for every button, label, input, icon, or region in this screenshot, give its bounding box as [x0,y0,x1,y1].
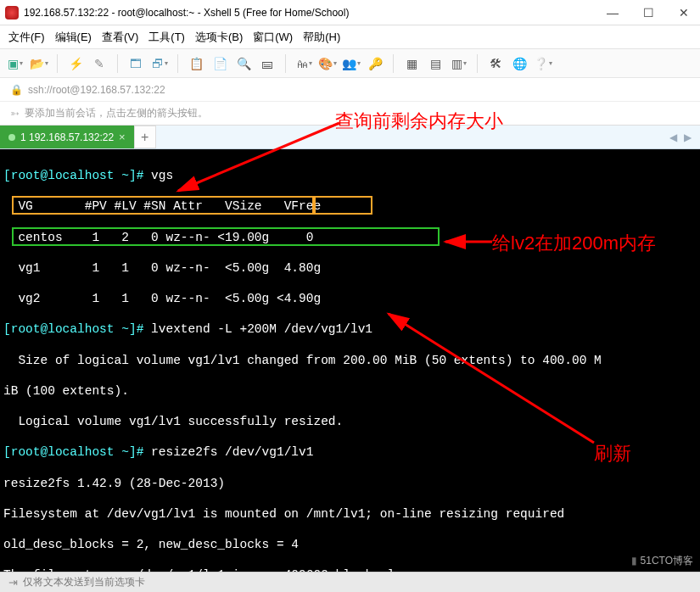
new-tab-button[interactable]: + [134,126,156,148]
title-bar: 192.168.57.132:22 - root@localhost:~ - X… [0,0,700,25]
prompt: [root@localhost ~]# [3,445,151,459]
hint-text: 要添加当前会话，点击左侧的箭头按钮。 [25,106,208,120]
cmd-vgs: vgs [151,169,173,182]
lock-icon: 🔒 [10,84,23,96]
tab-close-icon[interactable]: × [119,131,126,143]
resize2fs-out-1: resize2fs 1.42.9 (28-Dec-2013) [3,476,697,491]
address-bar: 🔒 ssh://root@192.168.57.132:22 [0,78,700,102]
vgs-row-vg2: vg2 1 1 0 wz--n- <5.00g <4.90g [3,291,697,306]
properties-button[interactable]: 🗔 [127,55,144,72]
users-button[interactable]: 👥▾ [343,55,360,72]
maximize-button[interactable]: ☐ [637,6,659,20]
layout3-button[interactable]: ▥▾ [451,55,468,72]
reconnect-button[interactable]: ⚡ [67,55,84,72]
font-button[interactable]: 🗛▾ [295,55,312,72]
vgs-header: VG #PV #LV #SN Attr VSize VFree [3,198,697,214]
prompt: [root@localhost ~]# [3,322,151,336]
copy-button[interactable]: 📋 [188,55,204,72]
transfer-button[interactable]: 🗗▾ [151,55,168,72]
vgs-row-vg1: vg1 1 1 0 wz--n- <5.00g 4.80g [3,260,697,276]
resize2fs-out-2: Filesystem at /dev/vg1/lv1 is mounted on… [3,506,697,522]
lvextend-out-1: Size of logical volume vg1/lv1 changed f… [3,353,697,368]
minimize-button[interactable]: — [602,6,624,20]
key-button[interactable]: 🔑 [367,55,384,72]
help-button[interactable]: ❔▾ [535,55,552,72]
tabs-scroll-right-icon[interactable]: ▶ [684,131,692,143]
menu-edit[interactable]: 编辑(E) [55,30,92,45]
menu-file[interactable]: 文件(F) [8,30,45,45]
app-icon [5,6,19,20]
tab-status-dot-icon [8,134,15,141]
session-tab[interactable]: 1 192.168.57.132:22 × [0,126,134,148]
toolbar: ▣▾ 📂▾ ⚡ ✎ 🗔 🗗▾ 📋 📄 🔍 🖴 🗛▾ 🎨▾ 👥▾ 🔑 ▦ ▤ ▥▾… [0,49,700,78]
lvextend-out-3: Logical volume vg1/lv1 successfully resi… [3,414,697,429]
print-button[interactable]: 🖴 [259,55,276,72]
resize2fs-out-3: old_desc_blocks = 2, new_desc_blocks = 4 [3,537,697,552]
color-button[interactable]: 🎨▾ [319,55,336,72]
menu-window[interactable]: 窗口(W) [253,30,293,45]
vgs-row-centos: centos 1 2 0 wz--n- <19.00g 0 [3,230,697,245]
tab-bar: 1 192.168.57.132:22 × + ◀ ▶ [0,126,700,149]
lvextend-out-2: iB (100 extents). [3,383,697,399]
status-bar: ⇥ 仅将文本发送到当前选项卡 [0,572,700,592]
disconnect-button[interactable]: ✎ [91,55,108,72]
menu-view[interactable]: 查看(V) [102,30,138,45]
menu-tools[interactable]: 工具(T) [148,30,185,45]
menu-bar: 文件(F) 编辑(E) 查看(V) 工具(T) 选项卡(B) 窗口(W) 帮助(… [0,25,700,49]
paste-button[interactable]: 📄 [211,55,228,72]
globe-button[interactable]: 🌐 [511,55,528,72]
find-button[interactable]: 🔍 [235,55,252,72]
cmd-resize2fs: resize2fs /dev/vg1/lv1 [151,445,313,459]
open-button[interactable]: 📂▾ [31,55,48,72]
menu-tabs[interactable]: 选项卡(B) [195,30,243,45]
hint-bar: ➳ 要添加当前会话，点击左侧的箭头按钮。 [0,102,700,126]
status-text: 仅将文本发送到当前选项卡 [23,575,145,589]
layout2-button[interactable]: ▤ [427,55,444,72]
menu-help[interactable]: 帮助(H) [303,30,340,45]
terminal[interactable]: [root@localhost ~]# vgs VG #PV #LV #SN A… [0,149,700,573]
tabs-scroll-left-icon[interactable]: ◀ [669,131,677,143]
cmd-lvextend: lvextend -L +200M /dev/vg1/lv1 [151,322,372,336]
hint-arrow-icon[interactable]: ➳ [10,107,20,120]
window-title: 192.168.57.132:22 - root@localhost:~ - X… [24,7,349,19]
watermark: ▮ 51CTO博客 [631,554,693,568]
settings-button[interactable]: 🛠 [487,55,504,72]
address-url[interactable]: ssh://root@192.168.57.132:22 [28,84,165,96]
close-button[interactable]: ✕ [673,6,695,20]
tab-label: 1 192.168.57.132:22 [20,131,114,143]
new-session-button[interactable]: ▣▾ [7,55,24,72]
send-icon[interactable]: ⇥ [8,576,18,589]
prompt: [root@localhost ~]# [3,169,151,182]
layout1-button[interactable]: ▦ [403,55,420,72]
